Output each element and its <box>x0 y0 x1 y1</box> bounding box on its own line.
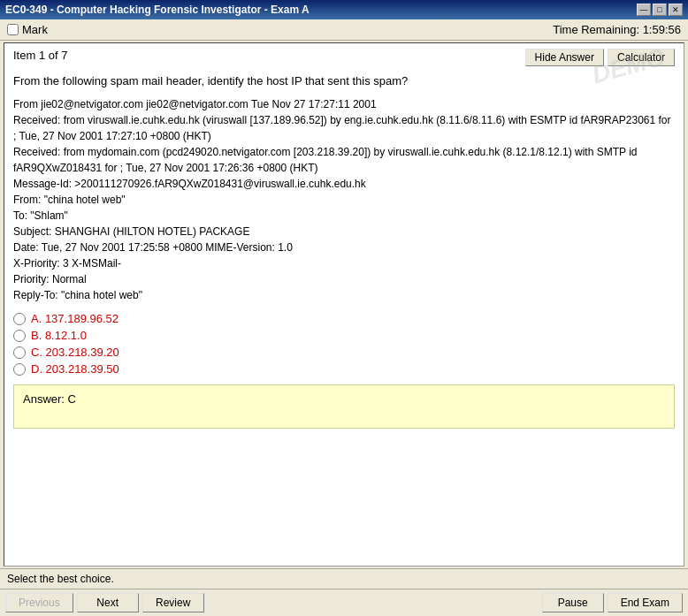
pause-button[interactable]: Pause <box>542 593 604 612</box>
email-line: Reply-To: "china hotel web" <box>13 287 675 303</box>
title-bar-buttons: — □ ✕ <box>637 4 683 16</box>
option-item: D. 203.218.39.50 <box>13 362 675 376</box>
title-bar: EC0-349 - Computer Hacking Forensic Inve… <box>0 0 688 19</box>
option-radio-b[interactable] <box>13 330 26 342</box>
option-label: B. 8.12.1.0 <box>31 329 87 342</box>
timer-value: 1:59:56 <box>643 23 681 36</box>
email-line: Date: Tue, 27 Nov 2001 17:25:58 +0800 MI… <box>13 240 675 255</box>
timer-section: Time Remaining: 1:59:56 <box>553 23 681 36</box>
option-label: D. 203.218.39.50 <box>31 362 119 376</box>
email-line: X-Priority: 3 X-MSMail- <box>13 255 675 271</box>
email-line: To: "Shlam" <box>13 208 675 224</box>
option-radio-a[interactable] <box>13 313 26 325</box>
hide-answer-button[interactable]: Hide Answer <box>525 49 604 66</box>
answer-box: Answer: C <box>13 384 675 429</box>
content-area[interactable]: DEMO Item 1 of 7 Hide Answer Calculator … <box>4 42 684 567</box>
window-body: Mark Time Remaining: 1:59:56 DEMO Item 1… <box>0 19 688 616</box>
review-button[interactable]: Review <box>142 593 204 612</box>
end-exam-button[interactable]: End Exam <box>608 593 683 612</box>
mark-section: Mark <box>7 23 48 36</box>
next-button[interactable]: Next <box>77 593 139 612</box>
mark-checkbox[interactable] <box>7 24 19 35</box>
previous-button[interactable]: Previous <box>5 593 73 612</box>
nav-right: Pause End Exam <box>542 593 683 612</box>
item-count: Item 1 of 7 <box>13 49 67 62</box>
minimize-button[interactable]: — <box>637 4 651 16</box>
email-line: Message-Id: >200111270926.fAR9QXwZ018431… <box>13 176 675 192</box>
item-buttons: Hide Answer Calculator <box>525 49 675 66</box>
email-line: Priority: Normal <box>13 271 675 287</box>
option-radio-c[interactable] <box>13 346 26 359</box>
maximize-button[interactable]: □ <box>653 4 667 16</box>
question-text: From the following spam mail header, ide… <box>13 73 675 89</box>
email-line: Subject: SHANGHAI (HILTON HOTEL) PACKAGE <box>13 224 675 240</box>
email-body: From jie02@netvigator.com jie02@netvigat… <box>13 96 675 303</box>
instruction-bar: Select the best choice. <box>0 568 688 589</box>
top-bar: Mark Time Remaining: 1:59:56 <box>0 19 688 41</box>
nav-left: Previous Next Review <box>5 593 204 612</box>
email-line: Received: from viruswall.ie.cuhk.edu.hk … <box>13 112 675 144</box>
option-label: A. 137.189.96.52 <box>31 312 118 325</box>
calculator-button[interactable]: Calculator <box>608 49 675 66</box>
close-button[interactable]: ✕ <box>669 4 683 16</box>
title-bar-text: EC0-349 - Computer Hacking Forensic Inve… <box>5 4 310 16</box>
answer-label: Answer: C <box>23 392 76 406</box>
email-line: Received: from mydomain.com (pcd249020.n… <box>13 144 675 176</box>
email-line: From jie02@netvigator.com jie02@netvigat… <box>13 96 675 112</box>
option-item: B. 8.12.1.0 <box>13 329 675 342</box>
option-label: C. 203.218.39.20 <box>31 346 119 359</box>
option-item: A. 137.189.96.52 <box>13 312 675 325</box>
options: A. 137.189.96.52B. 8.12.1.0C. 203.218.39… <box>13 312 675 376</box>
instruction-text: Select the best choice. <box>7 573 114 585</box>
item-header: Item 1 of 7 Hide Answer Calculator <box>13 49 675 66</box>
mark-label: Mark <box>22 23 48 36</box>
timer-label: Time Remaining: <box>553 23 639 36</box>
nav-bar: Previous Next Review Pause End Exam <box>0 589 688 616</box>
option-item: C. 203.218.39.20 <box>13 346 675 359</box>
option-radio-d[interactable] <box>13 363 26 376</box>
email-line: From: "china hotel web" <box>13 192 675 208</box>
